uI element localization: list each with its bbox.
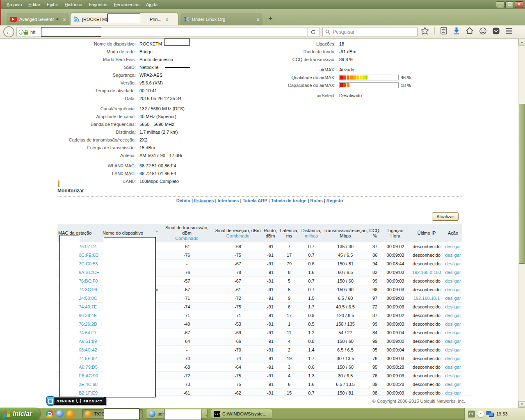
disconnect-link[interactable]: desligar bbox=[444, 389, 462, 397]
disconnect-link[interactable]: desligar bbox=[444, 294, 462, 303]
disconnect-link[interactable]: desligar bbox=[444, 242, 462, 251]
network-tray-icon[interactable] bbox=[486, 411, 494, 417]
info-row: Antena:AM-5G17-90 - 17 dBi bbox=[57, 151, 254, 159]
language-indicator[interactable]: PT bbox=[468, 411, 475, 418]
back-button[interactable]: ← bbox=[3, 26, 14, 37]
column-header[interactable]: CCQ,% bbox=[368, 224, 382, 242]
disconnect-link[interactable]: desligar bbox=[444, 311, 462, 320]
disconnect-link[interactable]: desligar bbox=[444, 372, 462, 380]
menu-editar[interactable]: Editar bbox=[25, 1, 43, 8]
monitor-link-rotas[interactable]: Rotas bbox=[310, 198, 323, 203]
redaction-box bbox=[164, 409, 201, 420]
start-button[interactable]: Iniciar bbox=[0, 408, 40, 420]
scrollbar-thumb[interactable] bbox=[519, 104, 525, 264]
disconnect-link[interactable]: desligar bbox=[444, 251, 462, 260]
search-bar[interactable]: Pesquisar bbox=[322, 27, 418, 37]
info-row: Modo Sem Fios:Ponto de acesso bbox=[57, 55, 254, 63]
downloads-icon[interactable] bbox=[453, 27, 460, 35]
browser-quicklaunch-icon[interactable] bbox=[56, 410, 64, 418]
column-header[interactable]: Latência,ms bbox=[278, 224, 300, 242]
tx-signal: -74 bbox=[160, 303, 214, 311]
scroll-down-arrow[interactable]: ▼ bbox=[518, 401, 525, 408]
disconnect-link[interactable]: desligar bbox=[444, 354, 462, 363]
ccq: 98 bbox=[368, 285, 382, 294]
audio-playing-icon[interactable] bbox=[56, 17, 59, 21]
ccq: 95 bbox=[368, 363, 382, 372]
monitor-link-tabela-arp[interactable]: Tabela ARP bbox=[243, 198, 267, 203]
tx-rx-rate: 135 / 30 bbox=[323, 242, 368, 251]
airos-favicon bbox=[74, 16, 80, 22]
column-header[interactable]: LigaçãoHora bbox=[382, 224, 409, 242]
pocket-icon[interactable] bbox=[492, 27, 500, 35]
tab-youtube[interactable]: Avenged Sevenfold - Gun... x bbox=[7, 13, 69, 25]
disconnect-link[interactable]: desligar bbox=[444, 346, 462, 354]
monitor-link-registo[interactable]: Registo bbox=[326, 198, 343, 203]
disconnect-link[interactable]: desligar bbox=[444, 303, 462, 311]
menu-arquivo[interactable]: Arquivo bbox=[3, 1, 25, 8]
column-header[interactable]: Ruído,dBm bbox=[262, 224, 278, 242]
disconnect-link[interactable]: desligar bbox=[444, 320, 462, 329]
home-icon[interactable] bbox=[466, 27, 474, 35]
minimize-button[interactable]: _ bbox=[496, 1, 504, 8]
disconnect-link[interactable]: desligar bbox=[444, 260, 462, 268]
disconnect-link[interactable]: desligar bbox=[444, 329, 462, 337]
firefox-quicklaunch-icon[interactable] bbox=[66, 410, 74, 418]
disconnect-link[interactable]: desligar bbox=[444, 363, 462, 372]
bookmark-star-icon[interactable] bbox=[421, 27, 429, 35]
reload-button[interactable] bbox=[307, 28, 319, 36]
info-label: Canal/frequência: bbox=[57, 106, 139, 111]
task-label-suffix: .. bbox=[204, 411, 207, 416]
tab-close-icon[interactable]: x bbox=[257, 17, 259, 22]
last-ip[interactable]: 192.168.0.150 bbox=[409, 268, 444, 277]
ccq: 95 bbox=[368, 346, 382, 354]
column-header[interactable]: Último IP bbox=[409, 224, 444, 242]
tab-close-icon[interactable]: x bbox=[166, 17, 168, 22]
tx-rx-rate: 150 / 90 bbox=[323, 285, 368, 294]
close-button[interactable]: ✕ bbox=[515, 1, 523, 8]
monitor-link-interfaces[interactable]: Interfaces bbox=[218, 198, 239, 203]
new-tab-button[interactable]: + bbox=[269, 15, 272, 22]
rx-signal: -61 bbox=[214, 285, 262, 294]
scroll-up-arrow[interactable]: ▲ bbox=[518, 39, 525, 46]
menu-favoritos[interactable]: Favoritos bbox=[85, 1, 110, 8]
disconnect-link[interactable]: desligar bbox=[444, 268, 462, 277]
vertical-scrollbar[interactable]: ▲ ▼ bbox=[518, 39, 525, 408]
tab-close-icon[interactable]: x bbox=[63, 17, 66, 22]
noise: -91 bbox=[262, 380, 278, 389]
menu-ajuda[interactable]: Ajuda bbox=[143, 1, 161, 8]
hamburger-menu-icon[interactable] bbox=[505, 27, 513, 34]
taskbar-button[interactable]: C:\C:\WINDOWS\syste... bbox=[211, 409, 272, 419]
lock-icon[interactable] bbox=[24, 30, 29, 35]
library-icon[interactable] bbox=[440, 27, 447, 35]
last-ip[interactable]: 192.168.10.1 bbox=[409, 294, 444, 303]
disconnect-link[interactable]: desligar bbox=[444, 380, 462, 389]
column-header[interactable]: Ação bbox=[444, 224, 462, 242]
refresh-button[interactable]: Atualizar bbox=[432, 212, 459, 221]
monitor-link-débito[interactable]: Débito bbox=[176, 198, 190, 203]
connection-time: 00:09:03 bbox=[382, 354, 409, 363]
menu-exibir[interactable]: Exibir bbox=[43, 1, 62, 8]
chrome-quicklaunch-icon[interactable] bbox=[46, 410, 53, 418]
ccq: 84 bbox=[368, 329, 382, 337]
monitor-link-estações[interactable]: Estações bbox=[194, 198, 214, 203]
info-label: Nome do dispositivo: bbox=[57, 41, 139, 46]
info-icon[interactable] bbox=[18, 30, 24, 35]
connection-time: 00:09:03 bbox=[382, 389, 409, 397]
menu-ferramentas[interactable]: Ferramentas bbox=[111, 1, 143, 8]
menu-histórico[interactable]: Histórico bbox=[62, 1, 86, 8]
latency: 7 bbox=[278, 242, 300, 251]
column-header[interactable]: Distância,milhas bbox=[300, 224, 323, 242]
column-header[interactable]: Sinal de transmissão, dBmCombinado bbox=[160, 224, 214, 242]
column-header[interactable]: Transmissão/receção,Mbps bbox=[323, 224, 368, 242]
restore-button[interactable]: ❐ bbox=[505, 1, 514, 8]
disconnect-link[interactable]: desligar bbox=[444, 285, 462, 294]
tray-collapse-icon[interactable]: ‹ bbox=[477, 411, 484, 417]
monitor-link-tabela-de-bridge[interactable]: Tabela de bridge bbox=[271, 198, 307, 203]
disconnect-link[interactable]: desligar bbox=[444, 337, 462, 346]
column-header[interactable]: Sinal de receção, dBmCombinado bbox=[214, 224, 262, 242]
tab-underlinux[interactable]: Under-Linux.Org x bbox=[180, 13, 262, 25]
distance: 0.9 bbox=[300, 311, 323, 320]
smiley-icon[interactable] bbox=[479, 27, 487, 35]
noise: -91 bbox=[262, 354, 278, 363]
disconnect-link[interactable]: desligar bbox=[444, 277, 462, 285]
